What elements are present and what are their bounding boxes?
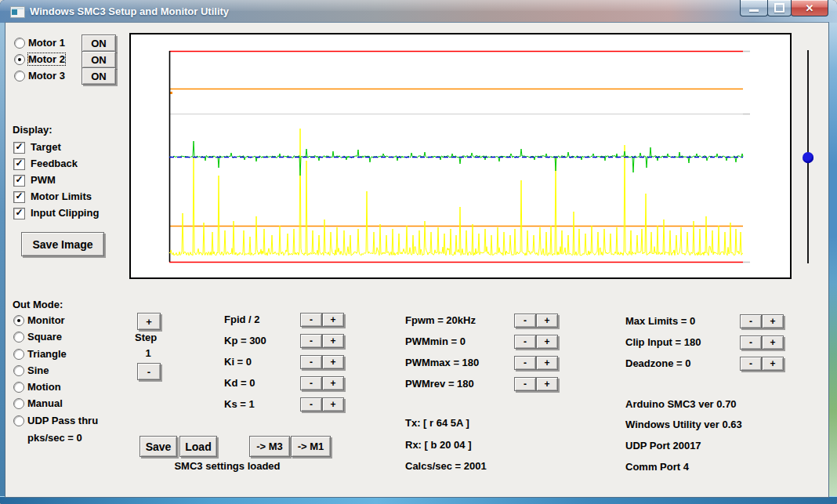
radio-motion-label[interactable]: Motion xyxy=(27,381,61,393)
step-minus-button[interactable]: - xyxy=(137,363,161,380)
chart-panel xyxy=(129,33,792,279)
fpid-minus-button[interactable]: - xyxy=(300,313,322,327)
fpid-value: Fpid / 2 xyxy=(224,314,260,325)
fpwm-value: Fpwm = 20kHz xyxy=(405,314,476,326)
clip-input-plus-button[interactable]: + xyxy=(762,335,784,350)
pwmmin-minus-button[interactable]: - xyxy=(514,335,536,349)
radio-square-label[interactable]: Square xyxy=(27,331,62,343)
step-value: 1 xyxy=(135,347,161,359)
close-icon: ✕ xyxy=(806,2,814,14)
maximize-icon xyxy=(774,3,784,13)
kp-minus-button[interactable]: - xyxy=(300,334,322,348)
motor-1-on-button[interactable]: ON xyxy=(82,34,116,52)
pwmmin-plus-button[interactable]: + xyxy=(536,335,558,349)
motor-3-on-button[interactable]: ON xyxy=(82,67,116,85)
pwmrev-value: PWMrev = 180 xyxy=(405,378,474,390)
close-button[interactable]: ✕ xyxy=(791,0,828,16)
copy-to-m3-button[interactable]: -> M3 xyxy=(249,436,290,457)
rx-status: Rx: [ b 20 04 ] xyxy=(405,439,472,451)
load-button[interactable]: Load xyxy=(179,436,217,457)
radio-triangle[interactable] xyxy=(13,349,24,360)
pwmmax-value: PWMmax = 180 xyxy=(405,357,479,368)
deadzone-plus-button[interactable]: + xyxy=(762,357,784,371)
pwmmax-plus-button[interactable]: + xyxy=(536,356,558,370)
checkbox-pwm-label[interactable]: PWM xyxy=(31,174,56,186)
checkbox-target-label[interactable]: Target xyxy=(31,141,61,153)
checkbox-input-clipping-label[interactable]: Input Clipping xyxy=(31,207,99,219)
step-label: Step xyxy=(135,332,157,343)
app-window: Windows SMC3 Setup and Monitor Utility ✕… xyxy=(0,0,837,504)
ki-minus-button[interactable]: - xyxy=(300,355,322,369)
tx-status: Tx: [ r 64 5A ] xyxy=(405,417,469,429)
scale-slider-thumb[interactable] xyxy=(803,152,813,163)
minimize-icon xyxy=(749,9,759,12)
pks-per-sec-value: pks/sec = 0 xyxy=(27,432,82,444)
pwmmax-minus-button[interactable]: - xyxy=(514,356,536,370)
kd-plus-button[interactable]: + xyxy=(322,376,344,390)
fpwm-plus-button[interactable]: + xyxy=(536,314,558,328)
out-mode-heading: Out Mode: xyxy=(13,299,63,310)
max-limits-plus-button[interactable]: + xyxy=(762,314,784,328)
radio-triangle-label[interactable]: Triangle xyxy=(27,348,67,360)
radio-motor-2[interactable] xyxy=(14,54,25,65)
fpwm-minus-button[interactable]: - xyxy=(514,314,536,328)
radio-motion[interactable] xyxy=(13,382,24,393)
kp-plus-button[interactable]: + xyxy=(322,334,344,348)
settings-status-text: SMC3 settings loaded xyxy=(161,460,294,472)
checkbox-motor-limits[interactable]: ✓ xyxy=(13,191,25,203)
radio-manual[interactable] xyxy=(13,398,24,409)
radio-motor-1-label[interactable]: Motor 1 xyxy=(28,37,65,49)
radio-motor-2-label[interactable]: Motor 2 xyxy=(28,53,65,65)
max-limits-value: Max Limits = 0 xyxy=(625,315,695,327)
clip-input-value: Clip Input = 180 xyxy=(625,336,701,348)
deadzone-value: Deadzone = 0 xyxy=(625,357,690,369)
deadzone-minus-button[interactable]: - xyxy=(740,357,762,371)
radio-motor-3-label[interactable]: Motor 3 xyxy=(28,70,65,82)
motor-2-on-button[interactable]: ON xyxy=(82,51,116,68)
kp-value: Kp = 300 xyxy=(224,335,266,346)
title-bar[interactable]: Windows SMC3 Setup and Monitor Utility ✕ xyxy=(0,0,837,23)
kd-value: Kd = 0 xyxy=(224,377,255,389)
step-plus-button[interactable]: + xyxy=(137,313,161,330)
max-limits-minus-button[interactable]: - xyxy=(740,314,762,328)
save-button[interactable]: Save xyxy=(140,436,177,457)
pwmrev-plus-button[interactable]: + xyxy=(536,377,558,391)
maximize-button[interactable] xyxy=(767,0,792,16)
window-title: Windows SMC3 Setup and Monitor Utility xyxy=(30,5,229,17)
caption-buttons: ✕ xyxy=(741,0,828,16)
copy-to-m1-button[interactable]: -> M1 xyxy=(291,436,331,457)
ki-value: Ki = 0 xyxy=(224,356,252,368)
radio-manual-label[interactable]: Manual xyxy=(27,397,63,409)
pwmrev-minus-button[interactable]: - xyxy=(514,377,536,391)
radio-monitor-label[interactable]: Monitor xyxy=(27,314,65,326)
checkbox-target[interactable]: ✓ xyxy=(13,142,25,154)
window-border-right xyxy=(828,23,837,496)
radio-udp-pass-thru-label[interactable]: UDP Pass thru xyxy=(27,415,98,426)
ks-plus-button[interactable]: + xyxy=(322,397,344,412)
radio-sine-label[interactable]: Sine xyxy=(27,364,49,376)
checkbox-input-clipping[interactable]: ✓ xyxy=(13,208,25,219)
ks-value: Ks = 1 xyxy=(224,398,255,410)
waveform-canvas xyxy=(131,34,790,277)
radio-sine[interactable] xyxy=(13,365,24,376)
radio-motor-3[interactable] xyxy=(14,71,25,82)
pwmmin-value: PWMmin = 0 xyxy=(405,335,466,347)
checkbox-motor-limits-label[interactable]: Motor Limits xyxy=(31,190,92,202)
checkbox-pwm[interactable]: ✓ xyxy=(13,175,25,187)
radio-motor-1[interactable] xyxy=(14,38,25,49)
fpid-plus-button[interactable]: + xyxy=(322,313,344,327)
save-image-button[interactable]: Save Image xyxy=(21,232,104,256)
display-heading: Display: xyxy=(13,124,53,136)
comm-port: Comm Port 4 xyxy=(625,461,689,473)
checkbox-feedback-label[interactable]: Feedback xyxy=(31,158,78,169)
radio-udp-pass-thru[interactable] xyxy=(13,415,24,426)
radio-monitor[interactable] xyxy=(13,315,24,326)
utility-version: Windows Utility ver 0.63 xyxy=(625,419,742,430)
ki-plus-button[interactable]: + xyxy=(322,355,344,369)
checkbox-feedback[interactable]: ✓ xyxy=(13,158,25,170)
radio-square[interactable] xyxy=(13,332,24,343)
clip-input-minus-button[interactable]: - xyxy=(740,335,762,350)
ks-minus-button[interactable]: - xyxy=(300,397,322,412)
minimize-button[interactable] xyxy=(740,0,768,16)
kd-minus-button[interactable]: - xyxy=(300,376,322,390)
